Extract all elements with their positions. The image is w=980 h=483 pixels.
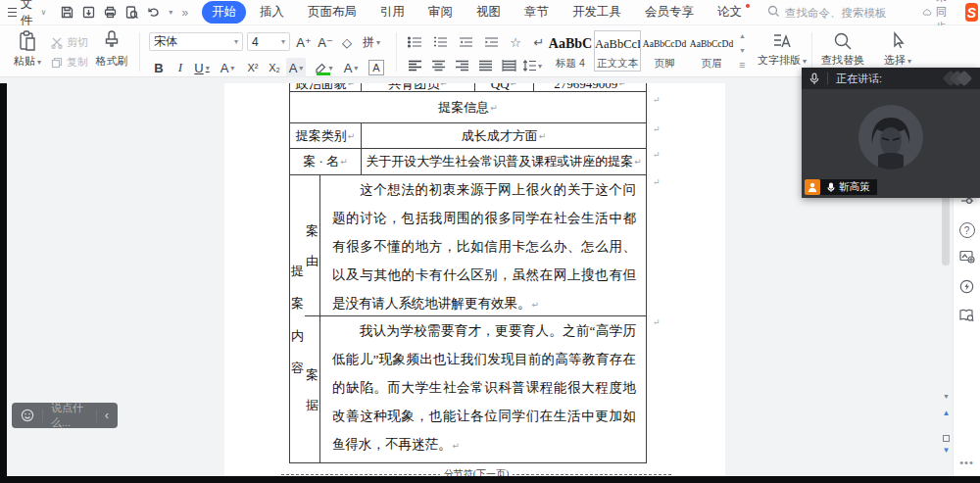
skin-settings-icon[interactable] xyxy=(954,250,980,264)
cell-qq-label[interactable]: QQ↵ xyxy=(474,83,533,91)
table-row-section-title: 提案信息↵ xyxy=(290,91,646,122)
scissors-icon xyxy=(51,37,63,49)
style-scroll-down[interactable]: ▼ xyxy=(739,47,746,54)
sogou-ime-logo[interactable]: S xyxy=(965,3,978,22)
cell-league-member[interactable]: 共青团员↵ xyxy=(361,83,474,91)
select-button[interactable]: 选择 xyxy=(878,31,917,68)
highlight-button[interactable] xyxy=(314,58,333,77)
format-painter-button[interactable]: 格式刷 xyxy=(90,30,133,69)
print-button[interactable] xyxy=(103,5,118,20)
phonetic-guide-button[interactable]: 拼 xyxy=(359,32,384,52)
cut-button[interactable]: 剪切 xyxy=(51,35,88,50)
clear-format-button[interactable]: ◇ xyxy=(337,32,357,52)
cell-basis-label[interactable]: 案据 xyxy=(305,316,319,462)
grow-font-button[interactable]: A⁺ xyxy=(294,32,314,52)
cell-basis-text[interactable]: 我认为学校需要育才，更要育人。之前“高学历低能儿”现象频出也让我们发现目前的高等… xyxy=(319,316,646,462)
align-left-button[interactable] xyxy=(404,56,425,75)
style-header[interactable]: AaBbCcDd 页眉 xyxy=(688,30,735,72)
paste-button[interactable]: 粘贴 xyxy=(10,30,45,69)
decrease-indent-button[interactable] xyxy=(455,32,476,52)
dictionary-icon[interactable] xyxy=(954,309,980,322)
subscript-button[interactable]: X₂ xyxy=(265,58,284,77)
paragraph-mark-button[interactable] xyxy=(527,32,549,52)
tab-page-layout[interactable]: 页面布局 xyxy=(298,1,367,24)
meeting-overlay: 正在讲话: 靳高策 xyxy=(802,68,980,198)
line-spacing-button[interactable] xyxy=(521,56,543,75)
undo-dropdown[interactable]: ▾ xyxy=(169,8,172,17)
bullet-list-button[interactable] xyxy=(404,32,425,52)
tab-home[interactable]: 开始 xyxy=(202,1,246,24)
tab-dev-tools[interactable]: 开发工具 xyxy=(563,1,631,24)
style-heading4[interactable]: AaBbC 标题 4 xyxy=(547,30,594,72)
superscript-button[interactable]: X² xyxy=(243,58,263,77)
toolbar-overflow-icon[interactable]: » xyxy=(181,6,188,20)
tab-insert[interactable]: 插入 xyxy=(250,1,294,24)
adjust-icon[interactable] xyxy=(954,197,980,205)
member-icon xyxy=(805,179,820,195)
char-scale-button[interactable]: A xyxy=(218,58,237,77)
style-body-text[interactable]: AaBbCcI 正文文本 xyxy=(594,30,641,72)
font-name-select[interactable]: 宋体▾ xyxy=(149,32,243,51)
prev-page-icon[interactable]: ▲ xyxy=(940,409,953,417)
bold-button[interactable]: B xyxy=(149,58,169,77)
more-options-icon[interactable]: ••• xyxy=(954,457,980,468)
undo-button[interactable] xyxy=(146,5,162,20)
chat-input[interactable]: 说点什么... xyxy=(43,401,96,430)
font-color-button[interactable]: A xyxy=(341,58,361,77)
premium-icon[interactable] xyxy=(954,279,980,294)
cell-category-label[interactable]: 提案类别↵ xyxy=(290,123,361,148)
shrink-font-button[interactable]: A⁻ xyxy=(316,32,335,52)
tab-section[interactable]: 章节 xyxy=(514,1,559,24)
save-button[interactable] xyxy=(60,5,74,20)
row-end-mark: ↵ xyxy=(653,177,661,187)
copy-button[interactable]: 复制 xyxy=(51,55,88,70)
char-shading-button[interactable]: A xyxy=(286,58,306,77)
cell-reason-text[interactable]: 这个想法的初衷来源于网上很火的关于这个问题的讨论，包括我周围的很多同学在社会生活… xyxy=(319,175,646,315)
justify-button[interactable] xyxy=(474,56,496,75)
print-preview-button[interactable] xyxy=(124,5,139,20)
cell-name-label[interactable]: 案 · 名↵ xyxy=(290,149,361,174)
tab-references[interactable]: 引用 xyxy=(370,1,415,24)
tab-view[interactable]: 视图 xyxy=(466,1,511,24)
underline-button[interactable]: U xyxy=(192,58,212,77)
smart-format-button[interactable] xyxy=(504,32,525,52)
style-scroll-up[interactable]: ▲ xyxy=(739,32,746,39)
tab-review[interactable]: 审阅 xyxy=(418,1,463,24)
meeting-video-area[interactable]: 靳高策 xyxy=(802,89,980,198)
browse-object-icon[interactable] xyxy=(940,428,953,446)
scroll-up-icon[interactable]: ▼ xyxy=(940,393,953,400)
command-search[interactable] xyxy=(767,5,922,21)
table-row-content: 提案内容 案由 这个想法的初衷来源于网上很火的关于这个问题的讨论，包括我周围的很… xyxy=(290,174,646,462)
align-center-button[interactable] xyxy=(427,56,449,75)
scrollbar-thumb[interactable] xyxy=(942,195,950,266)
cell-category-value[interactable]: 成长成才方面↵ xyxy=(361,123,646,148)
font-size-select[interactable]: 4▾ xyxy=(247,32,290,51)
align-right-button[interactable] xyxy=(451,56,472,75)
italic-button[interactable]: I xyxy=(171,58,190,77)
numbered-list-button[interactable] xyxy=(429,32,451,52)
next-page-icon[interactable]: ▼ xyxy=(940,446,953,455)
desktop-edge xyxy=(0,83,7,483)
cell-reason-label[interactable]: 案由 xyxy=(305,175,319,315)
help-icon[interactable] xyxy=(954,222,980,238)
search-input[interactable] xyxy=(785,7,922,19)
cell-political-status[interactable]: 政治面貌↵ xyxy=(290,83,361,91)
char-border-button[interactable]: A xyxy=(368,60,384,75)
text-layout-button[interactable]: 文字排版 xyxy=(757,31,808,68)
cell-section-title[interactable]: 提案信息↵ xyxy=(290,92,646,122)
tab-paper[interactable]: 论文 xyxy=(708,1,752,24)
style-footer[interactable]: AaBbCcDd 页脚 xyxy=(641,30,688,72)
cell-content-label[interactable]: 提案内容 xyxy=(290,175,305,462)
cell-name-value[interactable]: 关于开设大学生社会常识普及课程或讲座的提案↵ xyxy=(361,149,646,174)
document-page[interactable]: 政治面貌↵ 共青团员↵ QQ↵ 2796949009↵ 提案信息↵ 提案类别↵ … xyxy=(224,83,725,476)
export-button[interactable] xyxy=(81,5,96,20)
cell-qq-number[interactable]: 2796949009↵ xyxy=(533,83,646,91)
distribute-button[interactable] xyxy=(498,56,519,75)
emoji-icon[interactable] xyxy=(21,409,34,422)
collapse-chat-button[interactable]: ‹ xyxy=(97,408,118,424)
increase-indent-button[interactable] xyxy=(480,32,502,52)
meeting-header[interactable]: 正在讲话: xyxy=(802,68,980,89)
clipboard-icon xyxy=(18,30,37,52)
tab-member[interactable]: 会员专享 xyxy=(635,1,704,24)
style-gallery-more[interactable]: ☰ xyxy=(739,62,746,70)
